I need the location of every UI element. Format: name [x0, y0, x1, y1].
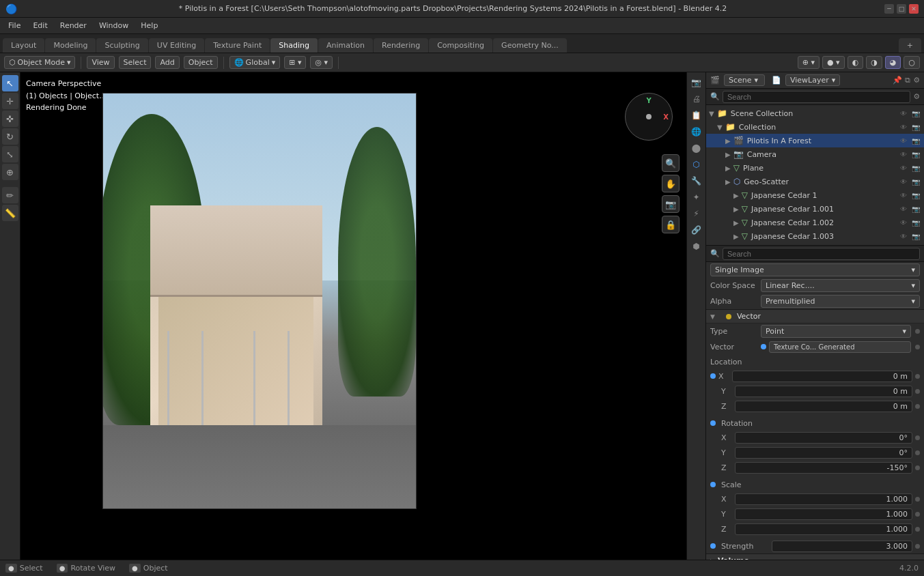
add-menu[interactable]: Add	[155, 56, 179, 69]
maximize-button[interactable]: □	[897, 4, 906, 14]
tab-add[interactable]: +	[899, 38, 921, 53]
ol-visibility-plane[interactable]: 👁	[898, 162, 909, 173]
outliner-filter-icon[interactable]: ⚙	[913, 92, 920, 101]
tab-texture-paint[interactable]: Texture Paint	[205, 38, 270, 53]
view-layer-props-icon[interactable]: 📋	[689, 108, 704, 123]
rotation-x-value[interactable]: 0°	[735, 432, 912, 444]
viewport-mode-rendered[interactable]: ◕	[885, 56, 901, 69]
vector-dropdown[interactable]: Texture Co... Generated	[769, 341, 911, 353]
copy-icon[interactable]: ⧉	[905, 76, 910, 85]
ol-visibility-cedar1-002[interactable]: 👁	[898, 217, 909, 228]
measure-tool[interactable]: 📏	[2, 205, 18, 221]
outliner-item-cedar1-001[interactable]: ▶ ▽ Japanese Cedar 1.001 👁 📷	[706, 202, 924, 216]
props-search-input[interactable]	[723, 248, 920, 260]
ol-render-cedar1[interactable]: 📷	[910, 190, 921, 201]
outliner-item-scene-collection[interactable]: ▼ 📁 Scene Collection 👁 📷	[706, 106, 924, 120]
ol-render-cedar1-003[interactable]: 📷	[910, 231, 921, 242]
outliner-item-pilotis[interactable]: ▶ 🎬 Pilotis In A Forest 👁 📷	[706, 134, 924, 147]
menu-help[interactable]: Help	[135, 20, 163, 31]
view-menu[interactable]: View	[87, 56, 114, 69]
navigation-gizmo[interactable]: Y X	[625, 93, 673, 141]
outliner-search-input[interactable]	[723, 91, 910, 103]
rotation-z-value[interactable]: -150°	[735, 462, 912, 474]
ol-visibility-pilotis[interactable]: 👁	[898, 135, 909, 146]
close-button[interactable]: ✕	[909, 4, 919, 14]
overlay-dropdown[interactable]: ⊕ ▾	[798, 56, 820, 69]
constraints-props-icon[interactable]: 🔗	[689, 222, 704, 237]
ol-render-camera[interactable]: 📷	[910, 149, 921, 160]
snap-btn[interactable]: ⊞ ▾	[284, 56, 306, 69]
viewport[interactable]: Camera Perspective (1) Objects | Object.…	[20, 72, 686, 560]
tab-geometry-nodes[interactable]: Geometry No...	[493, 38, 567, 53]
world-props-icon[interactable]: ⬤	[689, 141, 704, 156]
viewport-mode-solid[interactable]: ◐	[848, 56, 864, 69]
ol-render-scene[interactable]: 📷	[910, 108, 921, 119]
mode-dropdown[interactable]: ⬡ Object Mode ▾	[4, 56, 75, 69]
rotation-y-value[interactable]: 0°	[735, 447, 912, 459]
location-x-value[interactable]: 0 m	[732, 371, 912, 382]
ol-render-pilotis[interactable]: 📷	[910, 135, 921, 146]
menu-render[interactable]: Render	[55, 20, 92, 31]
ol-render-plane[interactable]: 📷	[910, 162, 921, 173]
location-z-value[interactable]: 0 m	[735, 401, 912, 412]
viewlayer-dropdown[interactable]: ViewLayer ▾	[785, 74, 840, 86]
physics-props-icon[interactable]: ⚡	[689, 206, 704, 221]
outliner-item-cedar1-003[interactable]: ▶ ▽ Japanese Cedar 1.003 👁 📷	[706, 229, 924, 243]
filter-icon[interactable]: ⚙	[913, 76, 920, 85]
outliner-item-collection[interactable]: ▼ 📁 Collection 👁 📷	[706, 120, 924, 134]
menu-window[interactable]: Window	[94, 20, 134, 31]
tab-modeling[interactable]: Modeling	[45, 38, 96, 53]
vector-section-header[interactable]: ▼ Vector	[706, 310, 924, 323]
volume-section-header[interactable]: ▶ Volume	[706, 554, 924, 560]
ol-visibility-cedar1[interactable]: 👁	[898, 190, 909, 201]
zoom-in-btn[interactable]: 🔍	[662, 154, 680, 172]
tab-rendering[interactable]: Rendering	[374, 38, 428, 53]
lock-btn[interactable]: 🔒	[662, 216, 680, 233]
tab-shading[interactable]: Shading	[270, 38, 318, 53]
object-menu[interactable]: Object	[184, 56, 218, 69]
scene-props-icon[interactable]: 🌐	[689, 124, 704, 139]
ol-visibility-geo-scatter[interactable]: 👁	[898, 176, 909, 187]
annotate-tool[interactable]: ✏	[2, 187, 18, 203]
ol-render-cedar1-001[interactable]: 📷	[910, 203, 921, 214]
ol-visibility-camera[interactable]: 👁	[898, 149, 909, 160]
menu-edit[interactable]: Edit	[27, 20, 53, 31]
menu-file[interactable]: File	[3, 20, 26, 31]
viewport-mode-material[interactable]: ◑	[866, 56, 882, 69]
camera-btn[interactable]: 📷	[662, 195, 680, 213]
object-props-icon[interactable]: ⬡	[689, 157, 704, 172]
outliner-item-camera[interactable]: ▶ 📷 Camera 👁 📷	[706, 147, 924, 161]
outliner-item-cedar1-002[interactable]: ▶ ▽ Japanese Cedar 1.002 👁 📷	[706, 216, 924, 229]
tab-sculpting[interactable]: Sculpting	[96, 38, 148, 53]
transform-dropdown[interactable]: 🌐 Global ▾	[229, 56, 281, 69]
strength-value[interactable]: 3.000	[772, 541, 912, 552]
gizmo-area[interactable]: Y X	[625, 93, 680, 147]
scene-dropdown[interactable]: Scene ▾	[724, 74, 765, 86]
outliner-item-geo-scatter[interactable]: ▶ ⬡ Geo-Scatter 👁 📷	[706, 175, 924, 188]
hand-tool-btn[interactable]: ✋	[662, 175, 680, 192]
tab-compositing[interactable]: Compositing	[429, 38, 492, 53]
select-tool[interactable]: ↖	[2, 75, 18, 91]
transform-tool[interactable]: ⊕	[2, 164, 18, 180]
minimize-button[interactable]: ─	[884, 4, 894, 14]
select-menu[interactable]: Select	[119, 56, 152, 69]
proportional-btn[interactable]: ◎ ▾	[310, 56, 333, 69]
ol-render-geo-scatter[interactable]: 📷	[910, 176, 921, 187]
alpha-dropdown[interactable]: Premultiplied ▾	[761, 295, 920, 308]
ol-render-collection[interactable]: 📷	[910, 121, 921, 132]
color-space-dropdown[interactable]: Linear Rec.... ▾	[761, 279, 920, 292]
particles-props-icon[interactable]: ✦	[689, 190, 704, 205]
output-props-icon[interactable]: 🖨	[689, 91, 704, 106]
tab-layout[interactable]: Layout	[3, 38, 44, 53]
viewport-shading[interactable]: ● ▾	[822, 56, 845, 69]
ol-render-cedar1-002[interactable]: 📷	[910, 217, 921, 228]
scale-tool[interactable]: ⤡	[2, 146, 18, 162]
cursor-tool[interactable]: ✛	[2, 93, 18, 109]
viewport-mode-wireframe[interactable]: ○	[904, 56, 920, 69]
type-dropdown[interactable]: Point ▾	[761, 325, 911, 338]
render-props-icon[interactable]: 📷	[689, 75, 704, 90]
modifier-props-icon[interactable]: 🔧	[689, 173, 704, 188]
scale-z-value[interactable]: 1.000	[735, 523, 912, 535]
image-type-dropdown[interactable]: Single Image ▾	[710, 263, 920, 276]
ol-visibility-scene[interactable]: 👁	[898, 108, 909, 119]
